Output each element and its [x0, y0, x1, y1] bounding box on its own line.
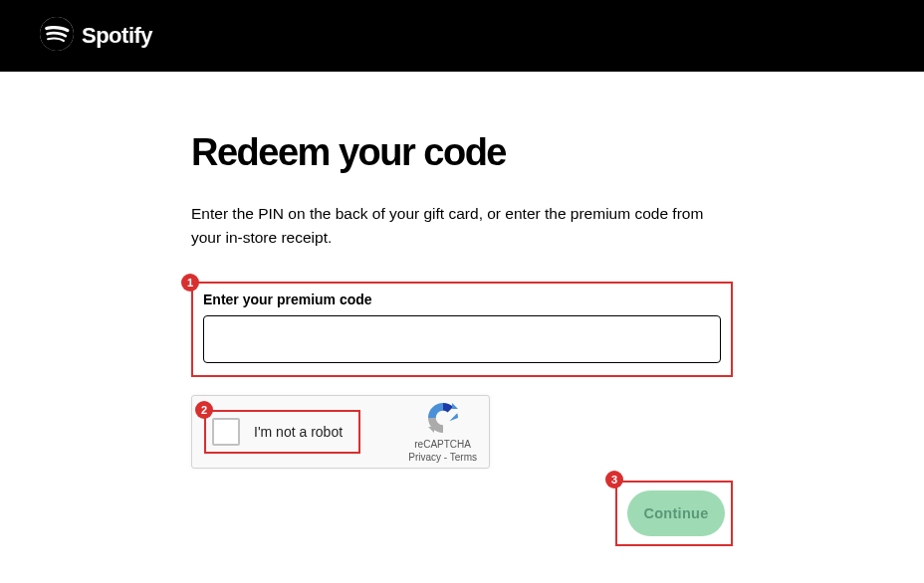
annotation-marker: 3 — [605, 471, 623, 488]
recaptcha-checkbox[interactable] — [212, 418, 240, 446]
separator: - — [441, 452, 450, 463]
recaptcha-brand-text: reCAPTCHA — [408, 438, 477, 451]
header-bar: Spotify — [0, 0, 924, 72]
annotation-marker: 1 — [181, 274, 199, 292]
brand-logo[interactable]: Spotify — [40, 17, 152, 55]
page-description: Enter the PIN on the back of your gift c… — [191, 202, 733, 250]
recaptcha-widget: 2 I'm not a robot reCAPTCHA Privacy - Te… — [191, 395, 490, 469]
recaptcha-label: I'm not a robot — [254, 424, 343, 440]
annotation-marker: 2 — [195, 401, 213, 419]
recaptcha-icon — [425, 400, 461, 436]
code-input-label: Enter your premium code — [203, 292, 721, 307]
main-content: Redeem your code Enter the PIN on the ba… — [0, 72, 924, 583]
recaptcha-branding: reCAPTCHA Privacy - Terms — [408, 400, 477, 464]
continue-button[interactable]: Continue — [627, 490, 725, 536]
premium-code-input[interactable] — [203, 315, 721, 363]
brand-text: Spotify — [82, 23, 152, 49]
recaptcha-terms-link[interactable]: Terms — [450, 452, 477, 463]
svg-marker-2 — [428, 427, 434, 433]
code-field-group: 1 Enter your premium code — [191, 282, 733, 377]
page-title: Redeem your code — [191, 131, 733, 174]
recaptcha-privacy-link[interactable]: Privacy — [408, 452, 441, 463]
svg-marker-1 — [452, 403, 458, 409]
spotify-icon — [40, 17, 74, 55]
